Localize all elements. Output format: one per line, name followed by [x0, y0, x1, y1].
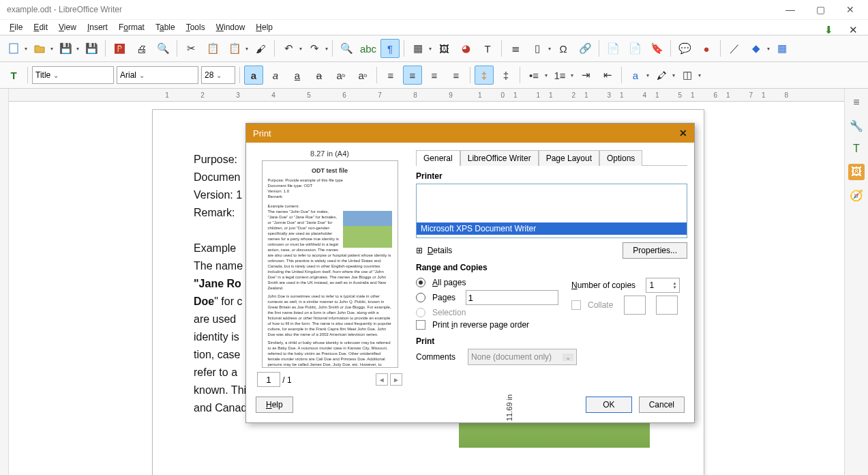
sidebar-styles-icon[interactable]: T: [848, 141, 865, 157]
bold-icon[interactable]: a: [244, 66, 263, 85]
menu-tools[interactable]: Tools: [181, 21, 211, 33]
radio-pages[interactable]: [416, 293, 425, 302]
page-number-input[interactable]: [257, 372, 280, 387]
italic-icon[interactable]: a: [266, 66, 285, 85]
basic-shapes-icon[interactable]: ◆: [747, 39, 766, 58]
table-drop[interactable]: ▾: [429, 46, 432, 52]
sidebar-menu-icon[interactable]: ≡: [848, 94, 865, 111]
highlight-drop[interactable]: ▾: [672, 72, 675, 78]
preview-next-button[interactable]: ►: [390, 373, 402, 386]
insert-chart-icon[interactable]: ◕: [456, 39, 475, 58]
save-icon[interactable]: 💾: [56, 39, 75, 58]
sidebar-navigator-icon[interactable]: 🧭: [848, 187, 865, 203]
cut-icon[interactable]: ✂: [181, 39, 200, 58]
decrease-indent-icon[interactable]: ⇤: [598, 66, 617, 85]
tab-page-layout[interactable]: Page Layout: [539, 150, 599, 166]
paragraph-style-select[interactable]: Title⌄: [32, 66, 114, 84]
menu-table[interactable]: Table: [150, 21, 181, 33]
insert-image-icon[interactable]: 🖼: [434, 39, 453, 58]
insert-symbol-icon[interactable]: Ω: [554, 39, 573, 58]
font-color-icon[interactable]: a: [626, 66, 645, 85]
menu-format[interactable]: Format: [113, 21, 150, 33]
properties-button[interactable]: Properties...: [623, 242, 687, 259]
strikethrough-icon[interactable]: a: [310, 66, 329, 85]
styles-icon[interactable]: T: [4, 66, 23, 85]
print-icon[interactable]: 🖨: [132, 39, 151, 58]
copy-icon[interactable]: 📋: [203, 39, 222, 58]
menu-edit[interactable]: Edit: [28, 21, 53, 33]
radio-all-pages[interactable]: [416, 278, 425, 287]
printer-item-selected[interactable]: Microsoft XPS Document Writer: [417, 222, 687, 235]
comments-combobox[interactable]: None (document only)⌄: [468, 349, 577, 365]
help-button[interactable]: Help: [256, 397, 293, 413]
cancel-button[interactable]: Cancel: [639, 397, 685, 413]
line-icon[interactable]: ／: [725, 39, 744, 58]
clear-formatting-icon[interactable]: ◫: [678, 66, 697, 85]
open-icon[interactable]: [30, 39, 49, 58]
update-icon[interactable]: ⬇: [819, 20, 838, 40]
new-icon[interactable]: [4, 39, 23, 58]
line-spacing-icon[interactable]: ‡: [475, 66, 494, 85]
spellcheck-icon[interactable]: abc: [359, 39, 378, 58]
saveas-icon[interactable]: 💾: [82, 39, 101, 58]
menu-view[interactable]: View: [53, 21, 82, 33]
field-drop[interactable]: ▾: [548, 46, 551, 52]
number-list-icon[interactable]: 1≡: [550, 66, 569, 85]
details-expander[interactable]: ⊞ Details: [416, 246, 452, 255]
shapes-drop[interactable]: ▾: [767, 46, 770, 52]
insert-hyperlink-icon[interactable]: 🔗: [575, 39, 595, 58]
menu-help[interactable]: Help: [250, 21, 278, 33]
ok-button[interactable]: OK: [586, 397, 631, 413]
find-icon[interactable]: 🔍: [337, 39, 356, 58]
insert-header-icon[interactable]: 📄: [625, 39, 644, 58]
underline-icon[interactable]: a: [288, 66, 307, 85]
insert-comment-icon[interactable]: 💬: [675, 39, 694, 58]
copies-spinner[interactable]: 1▲▼: [646, 278, 680, 293]
open-drop[interactable]: ▾: [50, 46, 53, 52]
table-grid-icon[interactable]: ▦: [408, 39, 428, 58]
menu-file[interactable]: File: [4, 21, 28, 33]
align-left-icon[interactable]: ≡: [381, 66, 400, 85]
close-button[interactable]: ✕: [835, 4, 865, 15]
insert-footnote-icon[interactable]: 📄: [603, 39, 623, 58]
tab-writer[interactable]: LibreOffice Writer: [460, 150, 539, 166]
superscript-icon[interactable]: ab: [331, 66, 350, 85]
printer-list[interactable]: Microsoft XPS Document Writer: [416, 184, 687, 238]
clear-drop[interactable]: ▾: [698, 72, 701, 78]
align-right-icon[interactable]: ≡: [425, 66, 444, 85]
insert-field-icon[interactable]: ▯: [528, 39, 547, 58]
draw-functions-icon[interactable]: ▦: [773, 39, 792, 58]
sidebar-properties-icon[interactable]: 🔧: [848, 117, 865, 134]
font-name-select[interactable]: Arial⌄: [117, 66, 198, 84]
checkbox-reverse[interactable]: [416, 320, 425, 330]
undo-drop[interactable]: ▾: [299, 46, 302, 52]
format-paintbrush-icon[interactable]: 🖌: [251, 39, 270, 58]
font-size-select[interactable]: 28⌄: [201, 66, 235, 84]
redo-drop[interactable]: ▾: [325, 46, 328, 52]
number-drop[interactable]: ▾: [571, 72, 573, 78]
subscript-icon[interactable]: ab: [353, 66, 372, 85]
highlight-icon[interactable]: 🖍: [652, 66, 671, 85]
close-doc-icon[interactable]: ✕: [843, 20, 863, 40]
tab-general[interactable]: General: [416, 150, 460, 166]
insert-bookmark-icon[interactable]: 🔖: [647, 39, 666, 58]
paragraph-spacing-icon[interactable]: ‡: [496, 66, 515, 85]
bullet-list-icon[interactable]: •≡: [524, 66, 543, 85]
insert-textbox-icon[interactable]: T: [478, 39, 497, 58]
page-break-icon[interactable]: ≣: [506, 39, 525, 58]
minimize-button[interactable]: —: [775, 4, 805, 15]
paste-icon[interactable]: 📋: [225, 39, 244, 58]
increase-indent-icon[interactable]: ⇥: [576, 66, 595, 85]
menu-window[interactable]: Window: [211, 21, 251, 33]
undo-icon[interactable]: ↶: [279, 39, 298, 58]
dialog-close-button[interactable]: ✕: [679, 128, 687, 139]
formatting-marks-icon[interactable]: ¶: [380, 39, 400, 58]
export-pdf-icon[interactable]: 🅿: [110, 39, 129, 58]
fontcolor-drop[interactable]: ▾: [646, 72, 649, 78]
pages-input[interactable]: [466, 290, 558, 305]
new-drop[interactable]: ▾: [25, 46, 27, 52]
tab-options[interactable]: Options: [599, 150, 642, 166]
sidebar-gallery-icon[interactable]: 🖼: [848, 164, 865, 180]
preview-prev-button[interactable]: ◄: [376, 373, 388, 386]
redo-icon[interactable]: ↷: [305, 39, 324, 58]
